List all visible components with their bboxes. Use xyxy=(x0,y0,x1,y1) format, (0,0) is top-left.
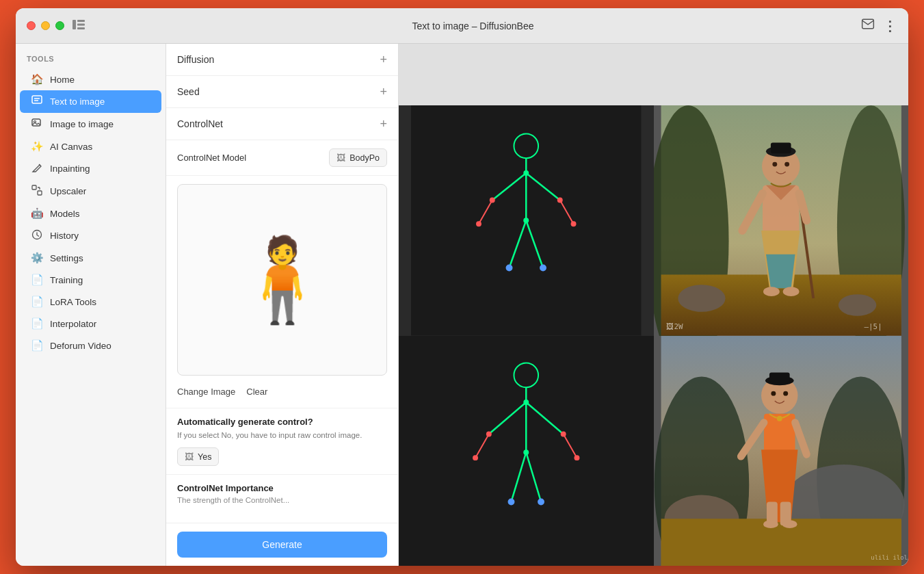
sidebar-label-ai-canvas: AI Canvas xyxy=(50,142,92,152)
change-image-button[interactable]: Change Image xyxy=(177,384,235,400)
svg-point-64 xyxy=(575,455,580,460)
sidebar-label-upscaler: Upscaler xyxy=(50,186,86,196)
svg-rect-10 xyxy=(38,191,42,195)
image-to-image-icon xyxy=(31,118,43,131)
auto-generate-section: Automatically generate control? If you s… xyxy=(166,408,398,474)
sidebar-toggle-button[interactable] xyxy=(72,20,85,32)
seed-section-header[interactable]: Seed + xyxy=(166,76,398,108)
image-actions: Change Image Clear xyxy=(166,384,398,408)
window-title: Text to image – DiffusionBee xyxy=(85,21,861,31)
svg-point-75 xyxy=(776,415,782,421)
svg-point-44 xyxy=(763,287,780,296)
controlnet-importance-section: ControlNet Importance The strength of th… xyxy=(166,474,398,512)
center-scrollable[interactable]: Diffusion + Seed + ControlNet + ControlN… xyxy=(166,44,398,523)
sidebar-item-inpainting[interactable]: Inpainting xyxy=(20,157,161,180)
diffusion-section-header[interactable]: Diffusion + xyxy=(166,44,398,76)
svg-point-58 xyxy=(561,431,566,436)
interpolator-icon: 📄 xyxy=(31,317,43,330)
diffusion-section-title: Diffusion xyxy=(177,54,214,65)
sidebar-item-image-to-image[interactable]: Image to image xyxy=(20,113,161,135)
svg-point-24 xyxy=(523,218,529,223)
controlnet-expand-icon: + xyxy=(380,118,387,130)
svg-rect-0 xyxy=(72,20,76,29)
maximize-button[interactable] xyxy=(55,21,64,30)
svg-point-23 xyxy=(523,170,529,176)
uploaded-person-emoji: 🧍 xyxy=(231,232,334,328)
sidebar-label-text-to-image: Text to image xyxy=(50,96,105,107)
sidebar-label-image-to-image: Image to image xyxy=(50,119,114,129)
sidebar-item-upscaler[interactable]: Upscaler xyxy=(20,180,161,203)
lora-tools-icon: 📄 xyxy=(31,296,43,308)
deforum-video-icon: 📄 xyxy=(31,339,43,352)
sidebar-item-interpolator[interactable]: 📄 Interpolator xyxy=(20,313,161,335)
titlebar-actions: ⋮ xyxy=(861,17,897,34)
bottom-bar: Generate xyxy=(166,523,398,566)
svg-rect-4 xyxy=(32,96,42,103)
ai-canvas-icon: ✨ xyxy=(31,140,43,153)
generate-button[interactable]: Generate xyxy=(177,532,387,558)
svg-rect-37 xyxy=(770,142,791,153)
text-to-image-icon xyxy=(31,95,43,108)
svg-point-83 xyxy=(782,520,797,528)
sidebar-section-label: Tools xyxy=(16,52,166,68)
sidebar-item-home[interactable]: 🏠 Home xyxy=(20,68,161,90)
inpainting-icon xyxy=(31,162,43,175)
controlnet-section-header[interactable]: ControlNet + xyxy=(166,108,398,140)
clear-button[interactable]: Clear xyxy=(246,384,267,400)
svg-point-57 xyxy=(486,431,492,436)
auto-generate-title: Automatically generate control? xyxy=(177,417,387,427)
close-button[interactable] xyxy=(27,21,36,30)
svg-point-80 xyxy=(771,391,776,395)
sidebar-item-text-to-image[interactable]: Text to image xyxy=(20,90,161,113)
sidebar-item-models[interactable]: 🤖 Models xyxy=(20,203,161,224)
svg-point-22 xyxy=(557,198,563,203)
svg-point-26 xyxy=(540,265,546,272)
svg-rect-9 xyxy=(32,185,36,190)
sidebar-item-deforum-video[interactable]: 📄 Deforum Video xyxy=(20,335,161,356)
controlnet-model-label: ControlNet Model xyxy=(177,153,246,163)
svg-rect-73 xyxy=(769,372,789,382)
svg-rect-3 xyxy=(77,27,85,29)
svg-point-45 xyxy=(782,287,799,296)
top-empty-area xyxy=(399,44,908,105)
controlnet-image-upload[interactable]: 🧍 xyxy=(177,184,387,376)
sidebar-label-models: Models xyxy=(50,209,80,219)
auto-generate-value-selector[interactable]: 🖼 Yes xyxy=(177,447,219,466)
sidebar-label-history: History xyxy=(50,231,79,241)
controlnet-model-selector[interactable]: 🖼 BodyPo xyxy=(329,148,387,167)
sidebar-label-settings: Settings xyxy=(50,253,83,263)
sidebar-label-training: Training xyxy=(50,275,83,285)
sidebar-label-interpolator: Interpolator xyxy=(50,319,96,329)
sidebar-item-settings[interactable]: ⚙️ Settings xyxy=(20,247,161,269)
sidebar-label-lora-tools: LoRA Tools xyxy=(50,297,96,307)
minimize-button[interactable] xyxy=(41,21,50,30)
inbox-icon[interactable] xyxy=(861,17,875,34)
svg-point-60 xyxy=(523,449,529,455)
main-content: Tools 🏠 Home Text to image xyxy=(16,44,908,566)
history-icon xyxy=(31,229,43,242)
app-window: Text to image – DiffusionBee ⋮ Tools 🏠 H… xyxy=(16,8,908,566)
svg-point-82 xyxy=(763,520,778,528)
sidebar-label-inpainting: Inpainting xyxy=(50,164,90,174)
more-options-icon[interactable]: ⋮ xyxy=(883,18,897,34)
settings-icon: ⚙️ xyxy=(31,252,43,264)
sidebar-item-history[interactable]: History xyxy=(20,224,161,247)
controlnet-importance-title: ControlNet Importance xyxy=(177,483,387,493)
svg-point-28 xyxy=(571,221,577,226)
svg-point-43 xyxy=(784,162,789,167)
model-selector-img-icon: 🖼 xyxy=(336,153,345,163)
controlnet-model-value: BodyPo xyxy=(349,153,380,163)
svg-rect-2 xyxy=(77,23,85,25)
sidebar-item-ai-canvas[interactable]: ✨ AI Canvas xyxy=(20,135,161,157)
sidebar-label-home: Home xyxy=(50,75,75,85)
sidebar-item-training[interactable]: 📄 Training xyxy=(20,269,161,291)
svg-point-61 xyxy=(508,498,515,505)
diffusion-expand-icon: + xyxy=(380,53,387,66)
svg-rect-7 xyxy=(32,119,40,126)
upscaler-icon xyxy=(31,185,43,198)
sidebar-item-lora-tools[interactable]: 📄 LoRA Tools xyxy=(20,291,161,313)
image-grid: 🖼2W —|5| xyxy=(399,44,908,566)
controlnet-model-row: ControlNet Model 🖼 BodyPo xyxy=(166,140,398,176)
image-cell-2: 🖼2W —|5| xyxy=(654,105,909,336)
svg-point-59 xyxy=(523,400,529,405)
